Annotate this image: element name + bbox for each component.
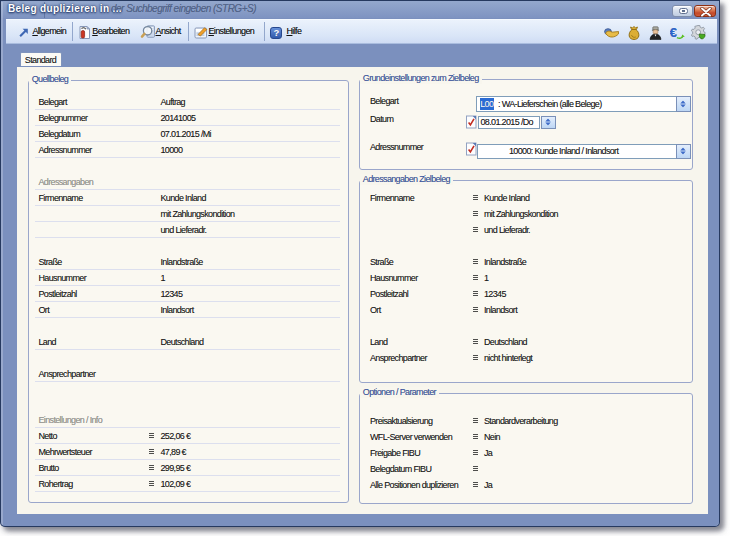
svg-text:?: ? (273, 27, 279, 38)
svg-text:€: € (670, 25, 678, 40)
